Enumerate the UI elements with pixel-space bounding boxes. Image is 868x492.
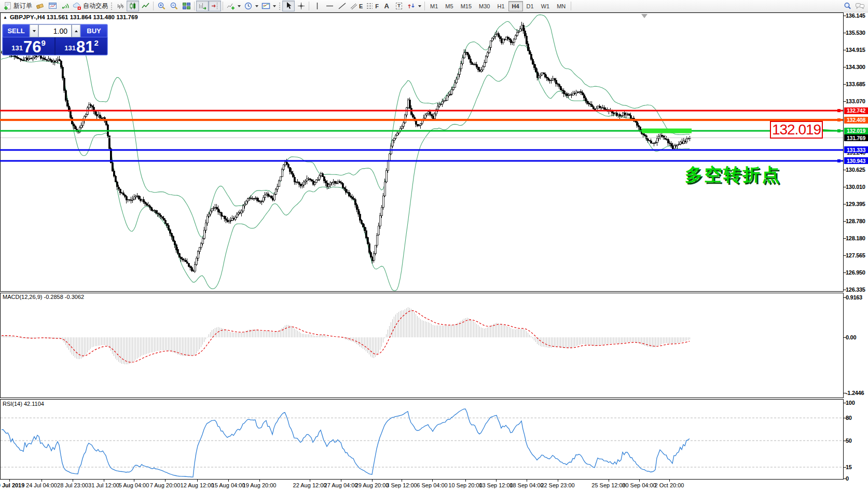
zoom-out-icon — [170, 2, 178, 10]
level-line-marker[interactable] — [837, 118, 841, 121]
text-tool-button[interactable]: A — [380, 1, 393, 11]
toolbar-separator — [223, 2, 223, 10]
timeframe-m15[interactable]: M15 — [457, 1, 475, 11]
timeframe-h4[interactable]: H4 — [508, 1, 523, 11]
template-button[interactable] — [260, 1, 278, 11]
timeframe-h1[interactable]: H1 — [493, 1, 508, 11]
price-line-badge: 131.769 — [844, 134, 868, 141]
candlestick-chart-type-button[interactable] — [127, 1, 139, 11]
buy-price[interactable]: 131 81 2 — [56, 37, 107, 55]
timeframe-w1[interactable]: W1 — [538, 1, 554, 11]
price-scale-label: 130.010 — [846, 184, 868, 190]
channel-tool-button[interactable]: E — [348, 1, 364, 11]
time-axis-label: 15 Aug 04:00 — [212, 482, 245, 488]
price-scale-label: 135.530 — [846, 30, 868, 36]
auto-trading-label: 自动交易 — [83, 2, 108, 10]
zoom-in-icon — [157, 2, 166, 10]
sell-button[interactable]: SELL — [3, 24, 30, 37]
bar-chart-type-button[interactable] — [114, 1, 127, 11]
level-line-marker[interactable] — [837, 159, 841, 162]
time-axis-label: 19 Aug 20:00 — [243, 482, 277, 488]
highlight-segment[interactable] — [642, 129, 692, 133]
toolbar-separator — [571, 2, 571, 10]
period-button[interactable] — [242, 1, 260, 11]
cursor-button[interactable] — [282, 1, 295, 11]
chart-shift-button[interactable] — [209, 1, 221, 11]
horizontal-level-line[interactable] — [0, 130, 843, 132]
chart-window-icon — [48, 2, 57, 10]
macd-label: MACD(12,26,9) -0.2858 -0.3062 — [3, 294, 84, 300]
zoom-out-button[interactable] — [168, 1, 180, 11]
price-scale-label: 126.335 — [846, 286, 868, 293]
macd-scale-label: 0.00 — [846, 334, 868, 340]
volume-input[interactable]: 1.00 — [38, 24, 72, 37]
price-scale-label: 128.780 — [846, 218, 868, 224]
toolbar-separator — [194, 2, 195, 10]
horizontal-level-line[interactable] — [0, 119, 843, 121]
horizontal-line-icon — [325, 2, 334, 10]
zoom-in-button[interactable] — [155, 1, 168, 11]
price-scale-label: 128.180 — [846, 235, 868, 241]
timeframe-d1[interactable]: D1 — [523, 1, 538, 11]
search-button[interactable] — [841, 1, 853, 11]
vertical-line-tool-button[interactable] — [311, 1, 323, 11]
horizontal-level-line[interactable] — [0, 110, 843, 112]
price-scale-label: 134.915 — [846, 47, 868, 53]
price-callout-132019[interactable]: 132.019 — [770, 121, 823, 139]
time-axis-label: 5 Aug 04:00 — [119, 482, 149, 488]
time-axis-label: 28 Jul 23:00 — [57, 482, 88, 488]
vertical-line-icon — [313, 2, 322, 10]
autotrading-cloud-icon — [73, 2, 81, 10]
time-axis-label: 25 Sep 12:00 — [591, 482, 625, 488]
rsi-scale-label: 80 — [846, 415, 868, 421]
trendline-tool-button[interactable] — [336, 1, 348, 11]
toolbar-drag-handle[interactable] — [111, 2, 113, 10]
auto-trading-button[interactable]: 自动交易 — [71, 1, 109, 11]
candlestick-icon — [129, 2, 137, 10]
time-axis-label: 2 Oct 20:00 — [655, 482, 684, 488]
tile-windows-button[interactable] — [180, 1, 192, 11]
price-scale-label: 130.625 — [846, 167, 868, 173]
price-chart-canvas[interactable] — [0, 0, 868, 492]
line-chart-type-button[interactable] — [139, 1, 151, 11]
time-axis-label: 18 Sep 04:00 — [509, 482, 543, 488]
new-order-button[interactable]: 新订单 — [2, 1, 34, 11]
time-axis-label: 22 Sep 23:00 — [541, 482, 574, 488]
sell-price[interactable]: 131 76 9 — [3, 37, 56, 55]
styler-button[interactable] — [34, 1, 46, 11]
label-tool-button[interactable]: T — [393, 1, 405, 11]
chat-button[interactable] — [853, 1, 866, 11]
price-scale-label: 133.685 — [846, 81, 868, 87]
annotation-text: 多空转折点 — [685, 163, 781, 187]
timeframe-mn[interactable]: MN — [553, 1, 569, 11]
time-axis-label: 12 Aug 12:00 — [181, 482, 214, 488]
signals-button[interactable] — [59, 1, 71, 11]
rsi-scale-label: 0 — [846, 475, 868, 482]
volume-down-button[interactable] — [30, 24, 38, 37]
auto-scroll-button[interactable] — [196, 1, 209, 11]
timeframe-m30[interactable]: M30 — [475, 1, 493, 11]
collapse-panel-icon[interactable]: ▲ — [3, 15, 7, 20]
buy-price-figure: 131 — [64, 44, 76, 52]
horizontal-level-line[interactable] — [0, 149, 843, 151]
level-line-marker[interactable] — [837, 109, 841, 112]
horizontal-line-tool-button[interactable] — [323, 1, 336, 11]
toolbar-drag-handle[interactable] — [279, 2, 281, 10]
timeframe-m5[interactable]: M5 — [442, 1, 457, 11]
volume-up-button[interactable] — [72, 24, 80, 37]
one-click-trade-panel: SELL 1.00 BUY 131 76 9 131 81 2 — [2, 24, 108, 56]
rsi-scale-label: 15 — [846, 464, 868, 470]
chat-icon — [855, 2, 865, 10]
new-chart-button[interactable] — [46, 1, 59, 11]
fibonacci-letter: F — [375, 3, 379, 9]
horizontal-level-line[interactable] — [0, 160, 843, 162]
buy-button[interactable]: BUY — [80, 24, 107, 37]
add-indicator-button[interactable] — [225, 1, 242, 11]
fibonacci-tool-button[interactable]: F — [364, 1, 380, 11]
time-axis-label: 29 Aug 20:00 — [355, 482, 389, 488]
new-order-label: 新订单 — [13, 2, 32, 10]
arrows-tool-button[interactable] — [405, 1, 423, 11]
timeframe-m1[interactable]: M1 — [426, 1, 442, 11]
auto-scroll-icon — [198, 2, 207, 10]
crosshair-button[interactable] — [295, 1, 307, 11]
